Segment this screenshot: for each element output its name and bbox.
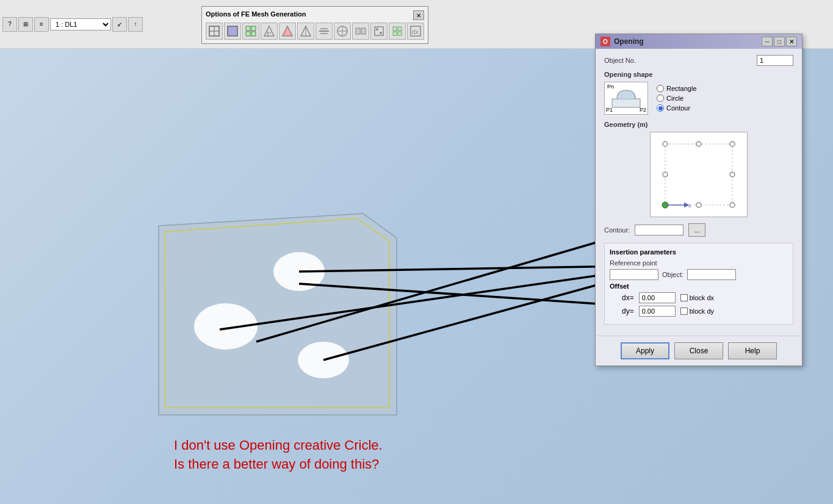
dialog-footer: Apply Close Help	[596, 336, 802, 365]
main-shape	[159, 214, 397, 415]
geometry-svg: x	[653, 135, 745, 214]
annotation-line1: I don't use Opening creative Cricle.	[174, 436, 383, 455]
dx-label: dx=	[622, 293, 634, 302]
fe-toolbar-icon-row: dx	[206, 23, 424, 40]
svg-rect-3	[228, 26, 237, 36]
contour-row: Contour: ...	[604, 223, 793, 237]
object-no-row: Object No.	[604, 55, 793, 66]
svg-point-23	[376, 28, 378, 31]
radio-contour[interactable]: Contour	[657, 104, 697, 112]
svg-rect-5	[251, 26, 256, 31]
annotation-text: I don't use Opening creative Cricle. Is …	[174, 436, 383, 474]
fe-icon-3[interactable]	[242, 23, 259, 40]
dy-label: dy=	[622, 307, 634, 315]
ref-point-input[interactable]	[610, 269, 658, 280]
fe-icon-9[interactable]	[352, 23, 369, 40]
svg-point-46	[663, 172, 668, 177]
annotation-line2: Is there a better way of doing this?	[174, 455, 383, 474]
toolbar-icon-question[interactable]: ?	[2, 17, 17, 32]
object-label: Object:	[662, 271, 683, 278]
object-input[interactable]	[687, 269, 736, 280]
svg-point-24	[380, 32, 382, 34]
shape-preview: Pn P1 P2	[604, 82, 648, 115]
geometry-diagram: x	[650, 132, 748, 217]
fe-icon-2[interactable]	[224, 23, 241, 40]
shape-label-pn: Pn	[607, 84, 614, 90]
ref-point-inputs-row: Object:	[610, 269, 788, 280]
geometry-section: Geometry (m)	[604, 121, 793, 217]
object-no-input[interactable]	[757, 55, 793, 66]
radio-circle-circle[interactable]	[657, 95, 664, 102]
radio-rectangle-circle[interactable]	[657, 85, 664, 92]
browse-button[interactable]: ...	[688, 223, 705, 237]
radio-contour-dot	[658, 106, 663, 110]
svg-point-45	[730, 142, 735, 146]
object-no-label: Object No.	[604, 57, 636, 64]
toolbar-icon-grid[interactable]: ⊞	[18, 17, 33, 32]
dialog-titlebar: O Opening ─ □ ✕	[596, 34, 802, 49]
close-button[interactable]: Close	[674, 342, 723, 359]
dx-input[interactable]	[639, 292, 676, 303]
svg-rect-25	[393, 27, 397, 31]
opening-shape-label: Opening shape	[604, 71, 793, 78]
geometry-label: Geometry (m)	[604, 121, 793, 128]
svg-point-35	[298, 342, 349, 378]
shape-label-p1: P1	[606, 107, 613, 113]
dialog-close-btn[interactable]: ✕	[786, 37, 797, 46]
dialog-body: Object No. Opening shape Pn P1 P2 Rectan…	[596, 49, 802, 336]
contour-input[interactable]	[635, 225, 683, 236]
svg-point-43	[663, 142, 668, 146]
insertion-title: Insertion parameters	[610, 248, 788, 256]
fe-icon-10[interactable]	[370, 23, 388, 40]
radio-circle-label: Circle	[666, 95, 683, 102]
radio-group-shape: Rectangle Circle Contour	[657, 85, 697, 112]
svg-point-34	[194, 303, 258, 350]
dl-dropdown[interactable]: 1 : DL1	[50, 18, 111, 31]
fe-mesh-toolbar: Options of FE Mesh Generation ✕	[201, 6, 428, 44]
dx-row: dx= block dx	[610, 292, 788, 303]
radio-contour-circle[interactable]	[657, 104, 664, 112]
dy-row: dy= block dy	[610, 306, 788, 317]
help-button[interactable]: Help	[728, 342, 777, 359]
dialog-title: Opening	[614, 37, 644, 46]
block-dy-checkbox[interactable]	[680, 308, 688, 315]
toolbar-icon-arrow-up[interactable]: ↑	[128, 17, 143, 32]
fe-icon-6[interactable]	[297, 23, 314, 40]
fe-icon-1[interactable]	[206, 23, 223, 40]
fe-icon-12[interactable]: dx	[407, 23, 424, 40]
dialog-minimize-btn[interactable]: ─	[762, 37, 773, 46]
radio-rectangle[interactable]: Rectangle	[657, 85, 697, 92]
dialog-title-left: O Opening	[600, 37, 644, 46]
fe-icon-5[interactable]	[279, 23, 296, 40]
shape-label-p2: P2	[640, 107, 646, 113]
dialog-maximize-btn[interactable]: □	[774, 37, 785, 46]
dialog-app-icon: O	[600, 37, 610, 46]
apply-button[interactable]: Apply	[621, 342, 669, 359]
svg-marker-32	[165, 218, 389, 408]
svg-rect-6	[246, 32, 250, 36]
block-dx-checkbox[interactable]	[680, 294, 688, 301]
fe-icon-4[interactable]	[261, 23, 278, 40]
svg-rect-41	[612, 99, 640, 107]
svg-rect-42	[665, 144, 732, 205]
fe-toolbar-title: Options of FE Mesh Generation	[206, 10, 306, 18]
svg-text:dx: dx	[412, 29, 419, 35]
svg-rect-26	[398, 27, 402, 31]
dy-input[interactable]	[639, 306, 676, 317]
fe-icon-11[interactable]	[389, 23, 406, 40]
fe-icon-8[interactable]	[334, 23, 351, 40]
toolbar-icon-arrow-dl[interactable]: ↙	[112, 17, 127, 32]
shape-preview-svg	[611, 88, 641, 109]
svg-point-50	[730, 203, 735, 207]
svg-text:x: x	[688, 203, 691, 209]
svg-rect-22	[375, 27, 383, 35]
toolbar-icon-list[interactable]: ≡	[34, 17, 49, 32]
svg-rect-7	[251, 32, 256, 36]
svg-marker-31	[159, 214, 397, 415]
fe-icon-7[interactable]	[316, 23, 333, 40]
block-dx-label: block dx	[690, 294, 714, 301]
opening-dialog: O Opening ─ □ ✕ Object No. Opening shape…	[595, 34, 802, 366]
fe-toolbar-close[interactable]: ✕	[413, 10, 424, 20]
dialog-window-controls: ─ □ ✕	[762, 37, 797, 46]
radio-circle[interactable]: Circle	[657, 95, 697, 102]
